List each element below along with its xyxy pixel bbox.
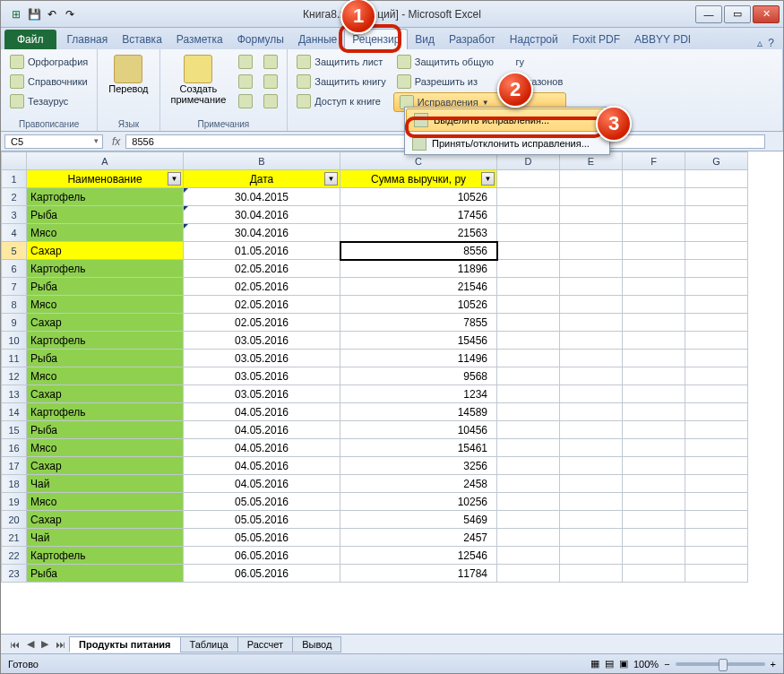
row-header[interactable]: 10: [2, 332, 27, 350]
cell[interactable]: [497, 565, 560, 583]
show-ink-button[interactable]: [260, 92, 281, 110]
row-header[interactable]: 4: [2, 224, 27, 242]
row-header[interactable]: 13: [2, 385, 27, 403]
research-button[interactable]: Справочники: [6, 73, 91, 91]
spellcheck-button[interactable]: Орфография: [6, 53, 91, 71]
ribbon-tab-вид[interactable]: Вид: [408, 30, 442, 49]
minimize-button[interactable]: —: [695, 5, 722, 23]
cell[interactable]: [497, 260, 560, 278]
cell[interactable]: 05.05.2016: [184, 493, 340, 511]
cell[interactable]: 06.05.2016: [184, 565, 340, 583]
table-row[interactable]: 15Рыба04.05.201610456: [2, 421, 748, 439]
sheet-tab[interactable]: Рассчет: [237, 636, 294, 652]
cell[interactable]: 10526: [340, 188, 497, 206]
new-comment-button[interactable]: Создать примечание: [166, 53, 232, 117]
row-header[interactable]: 14: [2, 403, 27, 421]
table-row[interactable]: 13Сахар03.05.20161234: [2, 385, 748, 403]
row-header[interactable]: 1: [2, 170, 27, 188]
ribbon-tab-формулы[interactable]: Формулы: [230, 30, 291, 49]
cell[interactable]: [685, 547, 748, 565]
cell[interactable]: Рыба: [27, 350, 184, 367]
cell[interactable]: [685, 260, 748, 278]
ribbon-tab-abbyy pdi[interactable]: ABBYY PDI: [627, 30, 698, 49]
cell[interactable]: Чай: [27, 529, 184, 547]
table-row[interactable]: 17Сахар04.05.20163256: [2, 457, 748, 475]
row-header[interactable]: 8: [2, 296, 27, 314]
cell[interactable]: Мясо: [27, 439, 184, 457]
name-box[interactable]: C5: [4, 134, 103, 149]
cell[interactable]: 04.05.2016: [184, 439, 340, 457]
ribbon-tab-разработ[interactable]: Разработ: [442, 30, 503, 49]
row-header[interactable]: 20: [2, 511, 27, 529]
table-row[interactable]: 8Мясо02.05.201610526: [2, 296, 748, 314]
cell[interactable]: [497, 547, 560, 565]
worksheet-area[interactable]: A B C D E F G 1 Наименование▼ Дата▼ Сумм…: [1, 151, 783, 634]
cell[interactable]: Рыба: [27, 565, 184, 583]
cell[interactable]: 04.05.2016: [184, 403, 340, 421]
table-row[interactable]: 14Картофель04.05.201614589: [2, 403, 748, 421]
cell[interactable]: Картофель: [27, 403, 184, 421]
cell[interactable]: 06.05.2016: [184, 547, 340, 565]
table-row[interactable]: 18Чай04.05.20162458: [2, 475, 748, 493]
undo-icon[interactable]: ↶: [44, 6, 60, 22]
cell[interactable]: [560, 224, 623, 242]
cell[interactable]: Сахар: [27, 242, 184, 260]
cell[interactable]: [497, 206, 560, 224]
cell[interactable]: [623, 529, 685, 547]
cell[interactable]: [497, 511, 560, 529]
row-header[interactable]: 5: [2, 242, 27, 260]
ribbon-tab-данные[interactable]: Данные: [291, 30, 344, 49]
cell[interactable]: [560, 511, 623, 529]
table-row[interactable]: 4Мясо30.04.201621563: [2, 224, 748, 242]
column-header[interactable]: F: [623, 152, 685, 170]
row-header[interactable]: 21: [2, 529, 27, 547]
row-header[interactable]: 12: [2, 367, 27, 385]
row-header[interactable]: 17: [2, 457, 27, 475]
cell[interactable]: [497, 350, 560, 367]
table-row[interactable]: 22Картофель06.05.201612546: [2, 547, 748, 565]
row-header[interactable]: 3: [2, 206, 27, 224]
column-header[interactable]: G: [685, 152, 748, 170]
cell[interactable]: [560, 493, 623, 511]
cell[interactable]: [560, 547, 623, 565]
row-header[interactable]: 11: [2, 350, 27, 367]
cell[interactable]: [685, 188, 748, 206]
cell[interactable]: [685, 350, 748, 367]
ribbon-tab-foxit pdf[interactable]: Foxit PDF: [565, 30, 627, 49]
cell[interactable]: [623, 385, 685, 403]
cell[interactable]: [623, 260, 685, 278]
allow-ranges-button[interactable]: Разрешить изxxxxxдиапазонов: [393, 73, 566, 91]
cell[interactable]: [560, 565, 623, 583]
cell[interactable]: 11784: [340, 565, 497, 583]
cell[interactable]: [497, 367, 560, 385]
cell[interactable]: 03.05.2016: [184, 350, 340, 367]
table-row[interactable]: 3Рыба30.04.201617456: [2, 206, 748, 224]
sheet-nav-first-icon[interactable]: ⏮: [6, 639, 23, 650]
select-all-corner[interactable]: [2, 152, 27, 170]
cell[interactable]: 04.05.2016: [184, 475, 340, 493]
cell[interactable]: 04.05.2016: [184, 421, 340, 439]
view-normal-icon[interactable]: ▦: [590, 658, 599, 670]
cell[interactable]: [685, 475, 748, 493]
cell[interactable]: [685, 296, 748, 314]
cell[interactable]: 30.04.2016: [184, 224, 340, 242]
maximize-button[interactable]: ▭: [724, 5, 751, 23]
cell[interactable]: 02.05.2016: [184, 314, 340, 332]
cell[interactable]: 03.05.2016: [184, 367, 340, 385]
cell[interactable]: [685, 206, 748, 224]
cell[interactable]: 8556: [340, 242, 497, 260]
cell[interactable]: [685, 565, 748, 583]
cell[interactable]: [497, 278, 560, 296]
spreadsheet-grid[interactable]: A B C D E F G 1 Наименование▼ Дата▼ Сумм…: [1, 151, 748, 583]
table-row[interactable]: 5Сахар01.05.20168556: [2, 242, 748, 260]
column-header[interactable]: A: [27, 152, 184, 170]
cell[interactable]: [623, 493, 685, 511]
cell[interactable]: 3256: [340, 457, 497, 475]
cell[interactable]: Мясо: [27, 224, 184, 242]
show-comment-button[interactable]: [260, 53, 281, 71]
cell[interactable]: [560, 367, 623, 385]
cell[interactable]: [623, 367, 685, 385]
cell[interactable]: [560, 278, 623, 296]
ribbon-tab-вставка[interactable]: Вставка: [115, 30, 169, 49]
zoom-in-button[interactable]: +: [771, 659, 776, 670]
